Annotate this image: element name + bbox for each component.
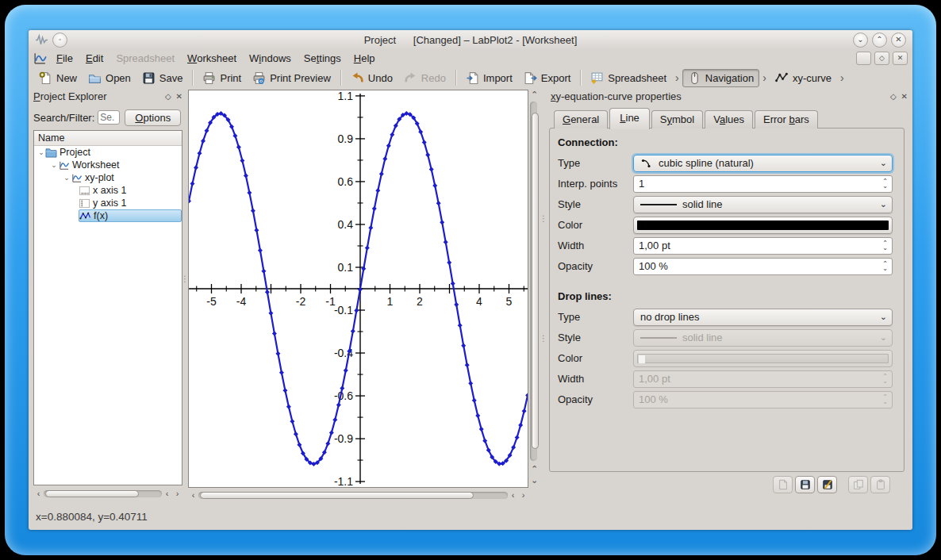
- tree-item-xy-plot[interactable]: ⌄ xy-plot: [34, 171, 182, 184]
- search-input[interactable]: [98, 110, 120, 125]
- scroll-down-icon[interactable]: ⌄: [528, 475, 540, 485]
- import-button[interactable]: Import: [460, 69, 518, 87]
- worksheet-horizontal-scrollbar[interactable]: ‹ ‹ ›: [188, 489, 528, 501]
- svg-text:-4: -4: [236, 295, 247, 308]
- menu-windows[interactable]: Windows: [243, 51, 298, 66]
- dock-close-icon[interactable]: ✕: [176, 92, 182, 101]
- dock-float-icon[interactable]: ◇: [890, 92, 897, 101]
- splitter-right[interactable]: ⋮⋮: [541, 90, 546, 466]
- tab-values[interactable]: Values: [705, 110, 753, 128]
- xy-curve-button[interactable]: xy-curve: [770, 69, 837, 87]
- menu-settings[interactable]: Settings: [298, 51, 348, 66]
- screen: ◦ Project [Changed] – LabPlot2 - [Worksh…: [0, 0, 941, 560]
- drop-lines-color-button: [633, 350, 893, 367]
- splitter-left[interactable]: ⋮: [182, 90, 187, 466]
- scroll-left-icon[interactable]: ‹: [162, 489, 172, 499]
- scroll-left-icon[interactable]: ‹: [188, 490, 198, 501]
- tab-error-bars[interactable]: Error bars: [755, 110, 818, 128]
- toolbar-separator: [455, 70, 456, 86]
- undo-button[interactable]: Undo: [345, 69, 398, 87]
- close-button[interactable]: ✕: [891, 33, 906, 48]
- load-config-button: [773, 476, 793, 493]
- tab-symbol[interactable]: Symbol: [651, 110, 703, 128]
- save-config-button[interactable]: [795, 476, 815, 493]
- solid-line-icon: [640, 204, 677, 205]
- save-as-template-button[interactable]: [817, 476, 837, 493]
- scroll-up-icon[interactable]: ⌃: [528, 464, 540, 474]
- mdi-close-button[interactable]: ✕: [893, 52, 908, 65]
- toolbar-separator: [192, 70, 193, 86]
- minimize-button[interactable]: ⌄: [853, 33, 868, 48]
- dock-close-icon[interactable]: ✕: [901, 92, 908, 101]
- redo-arrow-icon: [404, 71, 417, 85]
- mdi-restore-button[interactable]: [856, 52, 871, 65]
- toolbar-separator: [340, 70, 341, 86]
- explorer-horizontal-scrollbar[interactable]: ‹ ‹ ›: [33, 488, 182, 500]
- line-style-combo[interactable]: solid line ⌄: [633, 196, 893, 213]
- toolbar-extension-arrow[interactable]: ›: [837, 71, 847, 84]
- tree-header-name[interactable]: Name: [34, 131, 182, 146]
- drop-lines-type-combo[interactable]: no drop lines ⌄: [633, 309, 893, 326]
- expander-icon[interactable]: ⌄: [50, 161, 58, 169]
- navigation-button[interactable]: Navigation: [682, 69, 759, 87]
- interp-points-label: Interp. points: [558, 178, 633, 190]
- expander-icon[interactable]: ⌄: [63, 174, 71, 182]
- properties-tabs: General Line Symbol Values Error bars: [554, 109, 820, 128]
- new-document-icon: [39, 71, 52, 85]
- scrollbar-thumb[interactable]: [200, 492, 474, 499]
- maximize-button[interactable]: ⌃: [872, 33, 887, 48]
- scroll-right-icon[interactable]: ›: [518, 490, 528, 501]
- options-button[interactable]: Options: [125, 109, 181, 126]
- titlebar-shade-button[interactable]: ◦: [52, 33, 67, 48]
- spin-arrows-icon[interactable]: ⌃⌄: [882, 176, 888, 192]
- spin-arrows-icon[interactable]: ⌃⌄: [882, 238, 888, 254]
- opacity-label: Opacity: [558, 260, 633, 272]
- print-button[interactable]: Print: [197, 69, 247, 87]
- interp-points-spinner[interactable]: 1 ⌃⌄: [633, 175, 893, 193]
- tab-line[interactable]: Line: [609, 108, 650, 129]
- spreadsheet-button[interactable]: Spreadsheet: [585, 69, 672, 87]
- svg-text:0.1: 0.1: [338, 261, 354, 274]
- tree-item-x-axis[interactable]: x axis 1: [34, 184, 182, 197]
- expander-icon[interactable]: ⌄: [37, 148, 45, 156]
- menu-edit[interactable]: Edit: [79, 51, 109, 66]
- scroll-right-icon[interactable]: ›: [172, 489, 182, 499]
- scroll-left-icon[interactable]: ‹: [508, 490, 518, 501]
- line-color-button[interactable]: [633, 217, 893, 234]
- titlebar[interactable]: ◦ Project [Changed] – LabPlot2 - [Worksh…: [29, 30, 912, 49]
- open-button[interactable]: Open: [83, 69, 136, 87]
- tree-item-worksheet[interactable]: ⌄ Worksheet: [34, 159, 182, 171]
- worksheet-plot-area[interactable]: -5-4-2-112451.10.90.60.40.1-0.1-0.4-0.6-…: [188, 90, 528, 488]
- tab-general[interactable]: General: [554, 110, 608, 128]
- worksheet-vertical-scrollbar[interactable]: ⌃ ⌃ ⌄: [528, 90, 540, 486]
- menu-help[interactable]: Help: [348, 51, 382, 66]
- connection-type-combo[interactable]: cubic spline (natural) ⌄: [633, 155, 893, 172]
- spin-arrows-icon[interactable]: ⌃⌄: [882, 259, 888, 274]
- drop-lines-style-combo: solid line ⌄: [633, 329, 893, 347]
- chevron-down-icon: ⌄: [880, 158, 887, 168]
- scrollbar-thumb[interactable]: [45, 490, 139, 497]
- menu-file[interactable]: File: [50, 51, 79, 66]
- menu-worksheet[interactable]: Worksheet: [181, 51, 243, 66]
- menu-spreadsheet: Spreadsheet: [109, 51, 181, 66]
- drop-style-label: Style: [558, 332, 633, 343]
- scroll-up-icon[interactable]: ⌃: [528, 90, 540, 100]
- mdi-undock-button[interactable]: ◇: [874, 52, 889, 65]
- save-button[interactable]: Save: [136, 69, 189, 87]
- chevron-down-icon: ⌄: [880, 199, 887, 209]
- tree-item-project[interactable]: ⌄ Project: [34, 146, 182, 159]
- line-opacity-spinner[interactable]: 100 % ⌃⌄: [633, 258, 893, 275]
- save-floppy-icon: [800, 479, 811, 490]
- line-width-spinner[interactable]: 1,00 pt ⌃⌄: [633, 237, 893, 255]
- export-button[interactable]: Export: [518, 69, 577, 87]
- dock-float-icon[interactable]: ◇: [165, 92, 171, 101]
- new-button[interactable]: New: [33, 69, 83, 87]
- print-preview-button[interactable]: Print Preview: [247, 69, 336, 87]
- toolbar-extension-arrow[interactable]: ›: [672, 71, 682, 84]
- scroll-left-icon[interactable]: ‹: [33, 489, 44, 499]
- toolbar-extension-arrow[interactable]: ›: [759, 71, 770, 84]
- scrollbar-thumb[interactable]: [532, 113, 539, 449]
- tree-item-fx[interactable]: f(x): [34, 209, 182, 222]
- undo-arrow-icon: [351, 71, 364, 85]
- tree-item-y-axis[interactable]: y axis 1: [34, 197, 182, 209]
